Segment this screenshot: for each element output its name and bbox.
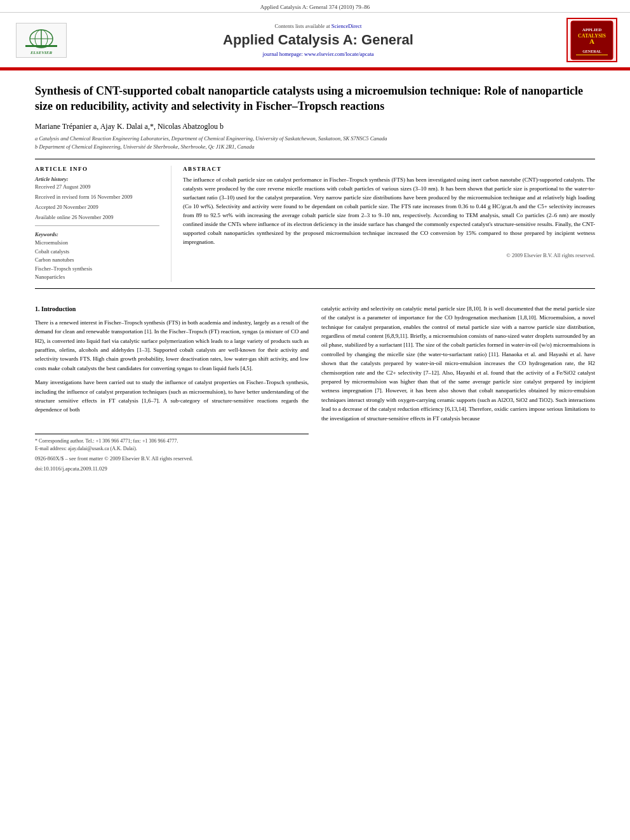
issn-line: 0926-860X/$ – see front matter © 2009 El…: [35, 455, 309, 463]
intro-section-title: 1. Introduction: [35, 304, 309, 314]
keyword-5: Nanoparticles: [35, 273, 159, 282]
paper-section: Synthesis of CNT-supported cobalt nanopa…: [0, 70, 630, 159]
keyword-1: Microemulsion: [35, 239, 159, 248]
paper-title: Synthesis of CNT-supported cobalt nanopa…: [35, 83, 595, 114]
article-info-col: ARTICLE INFO Article history: Received 2…: [35, 166, 171, 282]
journal-homepage: journal homepage: www.elsevier.com/locat…: [70, 51, 566, 57]
article-info-abstract: ARTICLE INFO Article history: Received 2…: [0, 166, 630, 282]
keyword-3: Carbon nanotubes: [35, 256, 159, 265]
abstract-text: The influence of cobalt particle size on…: [183, 176, 595, 247]
svg-text:ELSEVIER: ELSEVIER: [30, 50, 53, 55]
affiliation1: a Catalysis and Chemical Reaction Engine…: [35, 135, 595, 143]
abstract-heading: ABSTRACT: [183, 166, 595, 172]
journal-top-bar: Applied Catalysis A: General 374 (2010) …: [0, 0, 630, 13]
abstract-col: ABSTRACT The influence of cobalt particl…: [171, 166, 595, 282]
main-body-columns: 1. Introduction There is a renewed inter…: [35, 304, 595, 472]
body-col-left: 1. Introduction There is a renewed inter…: [35, 304, 309, 472]
journal-header: ELSEVIER Contents lists available at Sci…: [0, 13, 630, 69]
journal-title-center: Contents lists available at ScienceDirec…: [70, 23, 566, 57]
article-info-heading: ARTICLE INFO: [35, 166, 159, 172]
elsevier-logo-image: ELSEVIER: [16, 23, 67, 58]
svg-text:GENERAL: GENERAL: [582, 50, 601, 53]
journal-logo2: APPLIED CATALYSIS A GENERAL: [566, 18, 617, 62]
intro-para1: There is a renewed interest in Fischer–T…: [35, 318, 309, 373]
received-date: Received 27 August 2009: [35, 183, 159, 191]
keyword-2: Cobalt catalysts: [35, 248, 159, 257]
footnote-email: E-mail address: ajay.dalai@usask.ca (A.K…: [35, 445, 309, 453]
right-para1: catalytic activity and selectivity on ca…: [321, 304, 595, 423]
keyword-4: Fischer–Tropsch synthesis: [35, 265, 159, 274]
keywords-label: Keywords:: [35, 231, 159, 237]
footnote-area: * Corresponding author. Tel.: +1 306 966…: [35, 434, 309, 473]
journal-main-title: Applied Catalysis A: General: [70, 32, 566, 48]
doi-line: doi:10.1016/j.apcata.2009.11.029: [35, 465, 309, 473]
affiliation2: b Department of Chemical Engineering, Un…: [35, 143, 595, 151]
contents-line: Contents lists available at ScienceDirec…: [70, 23, 566, 29]
accepted-date: Accepted 20 November 2009: [35, 204, 159, 211]
body-col-right: catalytic activity and selectivity on ca…: [321, 304, 595, 472]
available-date: Available online 26 November 2009: [35, 214, 159, 222]
journal-citation: Applied Catalysis A: General 374 (2010) …: [260, 4, 370, 10]
revised-date: Received in revised form 16 November 200…: [35, 194, 159, 201]
main-body: 1. Introduction There is a renewed inter…: [0, 295, 630, 485]
sciencedirect-link[interactable]: ScienceDirect: [332, 23, 362, 29]
article-history-label: Article history:: [35, 176, 159, 182]
copyright-line: © 2009 Elsevier B.V. All rights reserved…: [183, 252, 595, 258]
footnote-star: * Corresponding author. Tel.: +1 306 966…: [35, 437, 309, 445]
elsevier-logo: ELSEVIER: [13, 23, 70, 58]
svg-text:APPLIED: APPLIED: [582, 27, 602, 32]
authors: Mariane Trépanier a, Ajay K. Dalai a,*, …: [35, 122, 595, 131]
intro-para2: Many investigations have been carried ou…: [35, 378, 309, 415]
svg-text:A: A: [589, 37, 594, 45]
svg-rect-11: [576, 55, 608, 55]
